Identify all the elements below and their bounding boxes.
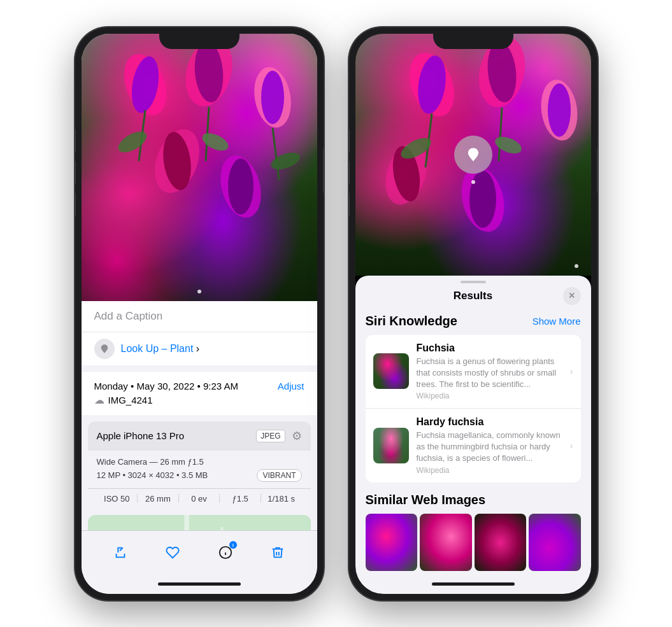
knowledge-item-hardy[interactable]: Hardy fuchsia Fuchsia magellanica, commo… — [366, 409, 581, 483]
hardy-name: Hardy fuchsia — [417, 416, 562, 428]
hardy-desc: Fuchsia magellanica, commonly known as t… — [417, 430, 562, 465]
right-photo-dot — [575, 264, 578, 268]
visual-lookup-button[interactable] — [454, 136, 492, 174]
exif-ev: 0 ev — [179, 494, 220, 504]
cloud-icon: ☁ — [94, 394, 104, 406]
info-panel[interactable]: Add a Caption Look Up – Plant › Monday •… — [82, 301, 317, 530]
notch — [159, 27, 239, 49]
meta-date: Monday • May 30, 2022 • 9:23 AM — [94, 381, 238, 391]
camera-model: Apple iPhone 13 Pro — [97, 430, 185, 441]
siri-knowledge-header: Siri Knowledge Show More — [366, 314, 581, 328]
show-more-button[interactable]: Show More — [533, 316, 581, 327]
photo-indicator — [197, 290, 201, 293]
knowledge-card: Fuchsia Fuchsia is a genus of flowering … — [366, 335, 581, 483]
home-bar — [158, 582, 241, 586]
photo-area[interactable] — [82, 34, 317, 301]
lookup-icon — [94, 339, 115, 359]
svg-point-34 — [469, 171, 496, 228]
caption-placeholder[interactable]: Add a Caption — [94, 310, 163, 322]
similar-img-3[interactable] — [475, 514, 527, 571]
camera-lens: Wide Camera — 26 mm ƒ1.5 — [97, 457, 302, 467]
fuchsia-chevron: › — [570, 366, 573, 376]
knowledge-item-fuchsia[interactable]: Fuchsia Fuchsia is a genus of flowering … — [366, 335, 581, 409]
right-phone: Results ✕ Siri Knowledge Show More — [349, 27, 597, 600]
settings-icon[interactable]: ⚙ — [292, 429, 302, 443]
fuchsia-source: Wikipedia — [417, 391, 562, 400]
svg-rect-20 — [220, 526, 224, 530]
meta-section: Monday • May 30, 2022 • 9:23 AM Adjust ☁… — [82, 372, 317, 415]
caption-area[interactable]: Add a Caption — [82, 301, 317, 332]
results-title: Results — [454, 290, 492, 302]
fuchsia-desc: Fuchsia is a genus of flowering plants t… — [417, 356, 562, 391]
filename: IMG_4241 — [108, 395, 153, 405]
lookup-row[interactable]: Look Up – Plant › — [82, 332, 317, 365]
svg-rect-18 — [184, 515, 189, 530]
close-button[interactable]: ✕ — [563, 287, 581, 305]
style-badge: VIBRANT — [257, 469, 301, 482]
svg-point-38 — [492, 133, 524, 157]
right-home-bar — [432, 582, 515, 586]
camera-exif: ISO 50 26 mm 0 ev ƒ1.5 1/181 s — [88, 488, 311, 509]
home-indicator — [82, 575, 317, 594]
hardy-source: Wikipedia — [417, 466, 562, 475]
svg-line-12 — [273, 128, 279, 180]
share-button[interactable] — [108, 540, 133, 565]
results-panel: Results ✕ Siri Knowledge Show More — [355, 276, 591, 575]
delete-button[interactable] — [265, 540, 290, 565]
svg-point-14 — [199, 129, 231, 154]
right-flower-image — [355, 34, 591, 276]
adjust-button[interactable]: Adjust — [278, 381, 304, 391]
svg-rect-16 — [88, 515, 311, 530]
format-badge: JPEG — [256, 430, 285, 442]
similar-grid — [366, 514, 581, 571]
right-notch — [433, 27, 513, 49]
svg-point-15 — [268, 149, 302, 173]
lookup-label: Look Up – Plant › — [121, 343, 200, 355]
fuchsia-text: Fuchsia Fuchsia is a genus of flowering … — [417, 342, 562, 401]
similar-img-1[interactable] — [366, 514, 418, 571]
lookup-dot — [471, 180, 475, 184]
right-home-indicator — [355, 575, 591, 594]
svg-point-30 — [548, 83, 571, 137]
info-button[interactable]: i — [213, 540, 238, 565]
results-header: Results ✕ — [355, 283, 591, 309]
left-screen: Add a Caption Look Up – Plant › Monday •… — [82, 34, 317, 594]
exif-aperture: ƒ1.5 — [220, 494, 261, 504]
exif-iso: ISO 50 — [97, 494, 138, 504]
flower-image — [82, 34, 317, 301]
exif-focal: 26 mm — [138, 494, 178, 504]
similar-title: Similar Web Images — [366, 493, 581, 507]
fuchsia-thumbnail — [373, 353, 409, 389]
hardy-thumbnail — [373, 428, 409, 463]
map-area[interactable] — [88, 515, 311, 530]
info-badge: i — [229, 541, 237, 549]
hardy-text: Hardy fuchsia Fuchsia magellanica, commo… — [417, 416, 562, 475]
toolbar: i — [82, 530, 317, 575]
svg-line-36 — [499, 108, 502, 161]
results-content[interactable]: Siri Knowledge Show More Fuchsia Fuchsia… — [355, 309, 591, 575]
svg-point-9 — [228, 159, 254, 215]
right-screen: Results ✕ Siri Knowledge Show More — [355, 34, 591, 594]
svg-point-13 — [115, 127, 150, 157]
svg-point-5 — [261, 71, 284, 124]
like-button[interactable] — [160, 540, 185, 565]
camera-resolution: 12 MP • 3024 × 4032 • 3.5 MB — [97, 470, 208, 480]
similar-images-section: Similar Web Images — [366, 493, 581, 571]
exif-shutter: 1/181 s — [261, 494, 302, 504]
similar-img-4[interactable] — [529, 514, 581, 571]
fuchsia-name: Fuchsia — [417, 342, 562, 354]
left-phone: Add a Caption Look Up – Plant › Monday •… — [75, 27, 324, 600]
hardy-chevron: › — [570, 440, 573, 451]
similar-img-2[interactable] — [420, 514, 472, 571]
camera-section: Apple iPhone 13 Pro JPEG ⚙ Wide Camera —… — [88, 421, 311, 509]
right-photo-area — [355, 34, 591, 276]
siri-knowledge-title: Siri Knowledge — [366, 314, 457, 328]
